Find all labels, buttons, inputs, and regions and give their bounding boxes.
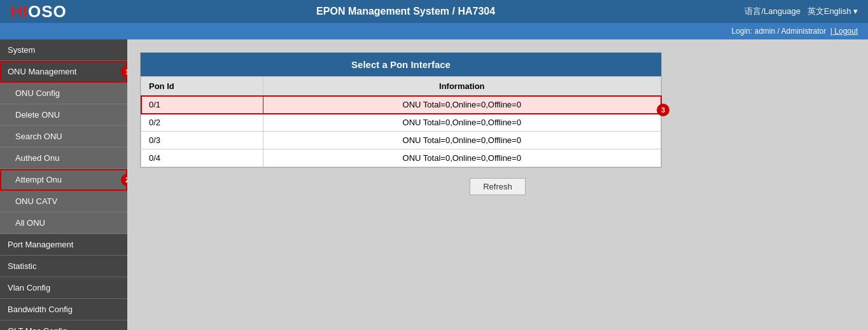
- pon-interface-table: Pon Id Information 0/1 ONU Total=0,Onlin…: [141, 76, 661, 167]
- header-top: HIOSO EPON Management System / HA7304 语言…: [0, 0, 868, 23]
- cell-pon-id: 0/2: [141, 114, 263, 132]
- logo: HIOSO: [10, 2, 67, 22]
- sidebar-item-statistic[interactable]: Statistic: [0, 256, 127, 277]
- sidebar-label-bandwidth-config: Bandwidth Config: [8, 305, 73, 314]
- badge-2: 2: [121, 174, 127, 186]
- table-row[interactable]: 0/1 ONU Total=0,Online=0,Offline=0: [141, 96, 661, 114]
- sidebar-label-delete-onu: Delete ONU: [15, 110, 60, 120]
- pon-interface-title: Select a Pon Interface: [141, 53, 661, 76]
- table-row[interactable]: 0/4 ONU Total=0,Online=0,Offline=0: [141, 149, 661, 167]
- logout-link[interactable]: | Logout: [830, 27, 858, 36]
- cell-pon-id: 0/4: [141, 149, 263, 167]
- sidebar-item-delete-onu[interactable]: Delete ONU: [0, 104, 127, 126]
- sidebar-label-onu-management: ONU Management: [8, 67, 76, 76]
- badge-1: 1: [121, 65, 127, 78]
- sidebar-label-port-management: Port Management: [8, 240, 73, 249]
- sidebar-item-bandwidth-config[interactable]: Bandwidth Config: [0, 299, 127, 320]
- sidebar-label-search-onu: Search ONU: [15, 132, 62, 141]
- sidebar-item-onu-management[interactable]: ONU Management 1: [0, 61, 127, 83]
- col-pon-id: Pon Id: [141, 77, 263, 96]
- header-right: 语言/Language 英文English ▾: [745, 6, 858, 17]
- sidebar-item-search-onu[interactable]: Search ONU: [0, 126, 127, 148]
- login-text: Login: admin / Administrator: [731, 27, 826, 36]
- main-layout: System ONU Management 1 ONU Config Delet…: [0, 39, 868, 330]
- content-area: Select a Pon Interface Pon Id Informatio…: [127, 39, 868, 330]
- logo-hi: HI: [10, 2, 28, 21]
- cell-information: ONU Total=0,Online=0,Offline=0: [263, 96, 661, 114]
- cell-information: ONU Total=0,Online=0,Offline=0: [263, 149, 661, 167]
- table-row[interactable]: 0/2 ONU Total=0,Online=0,Offline=0: [141, 114, 661, 132]
- sidebar-label-authed-onu: Authed Onu: [15, 153, 59, 163]
- sidebar-item-port-management[interactable]: Port Management: [0, 234, 127, 256]
- cell-information: ONU Total=0,Online=0,Offline=0: [263, 132, 661, 149]
- pon-interface-wrapper: Select a Pon Interface Pon Id Informatio…: [140, 52, 662, 168]
- language-label: 语言/Language: [745, 6, 800, 16]
- sidebar-label-attempt-onu: Attempt Onu: [15, 175, 62, 184]
- table-row[interactable]: 0/3 ONU Total=0,Online=0,Offline=0: [141, 132, 661, 149]
- sidebar-label-olt-mac-config: OLT Mac Config: [8, 326, 67, 330]
- sidebar-label-statistic: Statistic: [8, 261, 37, 271]
- sidebar-label-all-onu: All ONU: [15, 218, 45, 228]
- sidebar-item-vlan-config[interactable]: Vlan Config: [0, 277, 127, 299]
- language-selector[interactable]: 语言/Language 英文English ▾: [745, 6, 858, 17]
- sidebar-item-attempt-onu[interactable]: Attempt Onu 2: [0, 169, 127, 191]
- sidebar-label-onu-catv: ONU CATV: [15, 196, 57, 206]
- cell-information: ONU Total=0,Online=0,Offline=0: [263, 114, 661, 132]
- sidebar-label-vlan-config: Vlan Config: [8, 283, 50, 292]
- sidebar-item-olt-mac-config[interactable]: OLT Mac Config: [0, 320, 127, 330]
- sidebar-item-onu-catv[interactable]: ONU CATV: [0, 191, 127, 212]
- sidebar-item-onu-config[interactable]: ONU Config: [0, 83, 127, 104]
- col-information: Information: [263, 77, 661, 96]
- logo-oso: OSO: [28, 2, 67, 21]
- header-sub: Login: admin / Administrator | Logout: [0, 23, 868, 39]
- badge-3: 3: [657, 104, 669, 116]
- sidebar-label-system: System: [8, 45, 35, 55]
- header-title: EPON Management System / HA7304: [316, 6, 495, 17]
- cell-pon-id: 0/3: [141, 132, 263, 149]
- pon-interface-container: Select a Pon Interface Pon Id Informatio…: [140, 52, 662, 168]
- refresh-area: Refresh: [140, 178, 855, 195]
- refresh-button[interactable]: Refresh: [470, 178, 526, 195]
- sidebar-item-authed-onu[interactable]: Authed Onu: [0, 148, 127, 169]
- sidebar-item-system[interactable]: System: [0, 39, 127, 61]
- language-value: 英文English: [808, 6, 851, 16]
- cell-pon-id: 0/1: [141, 96, 263, 114]
- sidebar: System ONU Management 1 ONU Config Delet…: [0, 39, 127, 330]
- logo-text: HIOSO: [10, 2, 67, 22]
- sidebar-label-onu-config: ONU Config: [15, 88, 60, 98]
- sidebar-item-all-onu[interactable]: All ONU: [0, 212, 127, 234]
